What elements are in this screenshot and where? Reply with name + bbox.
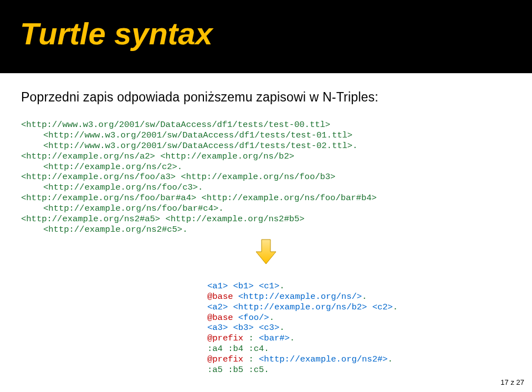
code-line: <http://example.org/ns2#c5>. xyxy=(21,225,187,235)
code-token: <http://example.org/ns/> xyxy=(233,292,362,302)
code-token: <a2> <http://example.org/ns/b2> <c2> xyxy=(207,302,393,312)
code-token: . xyxy=(290,333,295,343)
intro-text: Poprzedni zapis odpowiada poniższemu zap… xyxy=(21,90,511,105)
code-line: <http://example.org/ns2#a5> <http://exam… xyxy=(21,214,305,224)
code-token: <http://example.org/ns2#> xyxy=(259,354,388,364)
code-token: . xyxy=(279,281,284,291)
code-token: . xyxy=(264,344,269,354)
code-token: @base xyxy=(207,292,233,302)
code-token: @base xyxy=(207,313,233,323)
slide-title: Turtle syntax xyxy=(20,16,512,52)
code-token: <a1> <b1> <c1> xyxy=(207,281,279,291)
code-line: <http://example.org/ns/foo/c3>. xyxy=(21,182,203,192)
code-token: @prefix xyxy=(207,354,243,364)
turtle-code-block: <a1> <b1> <c1>. @base <http://example.or… xyxy=(207,271,511,375)
code-token: :a5 :b5 :c5 xyxy=(207,365,264,375)
slide-header: Turtle syntax xyxy=(0,0,532,73)
page-number: 17 z 27 xyxy=(500,378,524,386)
code-token: . xyxy=(264,365,269,375)
code-line: <http://example.org/ns/a2> <http://examp… xyxy=(21,151,294,161)
code-line: <http://www.w3.org/2001/sw/DataAccess/df… xyxy=(21,120,330,130)
code-token: @prefix xyxy=(207,333,243,343)
slide-content: Poprzedni zapis odpowiada poniższemu zap… xyxy=(0,73,532,375)
code-token: <a3> <b3> <c3> xyxy=(207,323,279,333)
code-token: <bar#> xyxy=(259,333,290,343)
code-token: . xyxy=(269,313,274,323)
code-line: <http://example.org/ns/c2>. xyxy=(21,162,182,172)
code-token: . xyxy=(393,302,398,312)
code-line: <http://example.org/ns/foo/a3> <http://e… xyxy=(21,172,335,182)
code-line: <http://example.org/ns/foo/bar#c4>. xyxy=(21,203,224,213)
code-token: . xyxy=(279,323,284,333)
code-line: <http://example.org/ns/foo/bar#a4> <http… xyxy=(21,193,377,203)
code-token: <foo/> xyxy=(233,313,269,323)
code-token: . xyxy=(388,354,393,364)
code-token: : xyxy=(243,333,259,343)
arrow-down-icon xyxy=(21,238,511,267)
ntriples-code-block: <http://www.w3.org/2001/sw/DataAccess/df… xyxy=(21,109,511,235)
code-token: . xyxy=(362,292,367,302)
code-token: :a4 :b4 :c4 xyxy=(207,344,264,354)
code-token: : xyxy=(243,354,259,364)
code-line: <http://www.w3.org/2001/sw/DataAccess/df… xyxy=(21,141,357,151)
code-line: <http://www.w3.org/2001/sw/DataAccess/df… xyxy=(21,130,352,140)
